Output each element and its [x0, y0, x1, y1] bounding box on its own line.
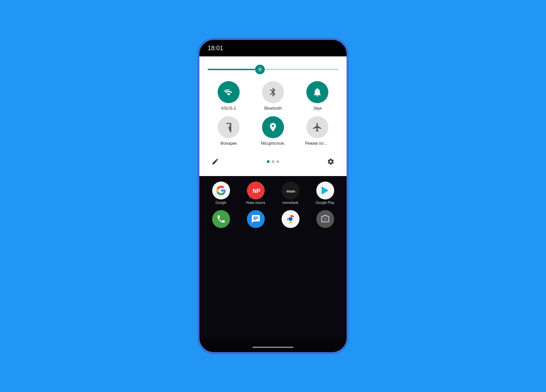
phone-frame: 18:01 [197, 38, 349, 354]
app-google[interactable]: Google [205, 182, 237, 205]
app-chrome-icon [282, 210, 299, 228]
settings-icon [327, 158, 335, 165]
app-phone-icon [212, 210, 230, 228]
page-dots [267, 160, 279, 163]
messages-icon [251, 214, 261, 224]
app-google-play[interactable]: Google Play [309, 182, 341, 205]
app-google-label: Google [215, 201, 226, 205]
brightness-row [208, 65, 338, 78]
app-phone[interactable] [205, 210, 237, 228]
dot-2 [272, 160, 274, 163]
flashlight-icon-circle [218, 116, 240, 138]
app-row-1: Google NP Нова пошта mono monobank [205, 182, 341, 205]
wifi-icon-circle [218, 81, 240, 103]
app-google-icon [212, 182, 230, 199]
bluetooth-icon [268, 87, 278, 97]
bell-icon [312, 87, 323, 97]
flashlight-icon [223, 122, 234, 132]
app-play-icon [316, 182, 334, 199]
home-indicator[interactable] [252, 347, 294, 348]
app-chrome[interactable] [274, 210, 306, 228]
settings-button[interactable] [325, 155, 337, 168]
app-row-2 [205, 210, 341, 228]
camera-icon [320, 214, 330, 224]
tile-sound-label: Звук [313, 106, 322, 111]
app-nova-poshta[interactable]: NP Нова пошта [240, 182, 272, 205]
tile-airplane-label: Режим полет. [305, 141, 330, 146]
brightness-track [208, 69, 338, 70]
app-nova-icon: NP [247, 182, 265, 199]
app-mono-label: monobank [282, 201, 298, 205]
status-time: 18:01 [208, 45, 223, 52]
dot-1 [267, 160, 270, 163]
mono-logo: mono [286, 186, 295, 195]
app-nova-label: Нова пошта [246, 201, 265, 205]
app-messages-icon [247, 210, 265, 228]
location-icon-circle [262, 116, 284, 138]
brightness-slider[interactable] [208, 69, 338, 70]
tile-location[interactable]: Місцеполож. [252, 116, 294, 146]
brightness-icon [257, 67, 263, 72]
tile-bluetooth[interactable]: Bluetooth [252, 81, 294, 111]
phone-icon [216, 214, 226, 224]
app-monobank[interactable]: mono monobank [274, 182, 306, 205]
edit-icon [211, 158, 219, 165]
airplane-icon-circle [306, 116, 328, 138]
app-mono-icon: mono [282, 182, 299, 199]
tile-flashlight-label: Фонарик [220, 141, 237, 146]
airplane-icon [312, 122, 323, 132]
edit-button[interactable] [209, 155, 221, 168]
tile-flashlight[interactable]: Фонарик [208, 116, 249, 146]
sound-icon-circle [306, 81, 328, 103]
brightness-fill [208, 69, 260, 70]
app-play-label: Google Play [316, 201, 334, 205]
svg-text:mono: mono [286, 189, 295, 193]
tile-sound[interactable]: Звук [297, 81, 338, 111]
play-logo [320, 186, 330, 195]
tile-wifi[interactable]: ASUS-2 [208, 81, 249, 111]
panel-footer [208, 151, 338, 171]
quick-tiles-grid: ASUS-2 Bluetooth Звук [208, 78, 338, 149]
nova-logo: NP [251, 186, 261, 195]
tile-airplane[interactable]: Режим полет. [297, 116, 338, 146]
bottom-nav [199, 338, 347, 352]
tile-bluetooth-label: Bluetooth [264, 106, 282, 111]
svg-point-2 [288, 217, 293, 221]
location-icon [268, 122, 278, 132]
brightness-thumb [255, 65, 265, 74]
google-logo [216, 185, 226, 196]
wifi-icon [223, 87, 234, 97]
bluetooth-icon-circle [262, 81, 284, 103]
tile-location-label: Місцеполож. [261, 141, 285, 146]
dot-3 [276, 160, 279, 163]
app-drawer: Google NP Нова пошта mono monobank [199, 176, 347, 338]
svg-text:NP: NP [252, 188, 260, 194]
chrome-icon [286, 214, 295, 224]
tile-wifi-label: ASUS-2 [221, 106, 236, 111]
app-messages[interactable] [240, 210, 272, 228]
app-camera[interactable] [309, 210, 341, 228]
app-camera-icon [316, 210, 334, 228]
quick-settings-panel: ASUS-2 Bluetooth Звук [199, 56, 347, 176]
status-bar: 18:01 [199, 40, 347, 56]
